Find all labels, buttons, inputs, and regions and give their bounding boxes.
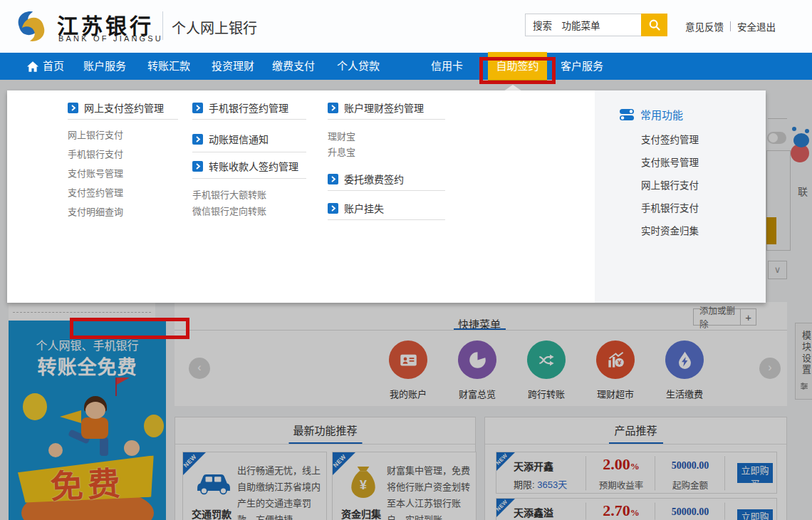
- nav-item-payments[interactable]: 缴费支付: [272, 53, 315, 80]
- search-icon: [648, 19, 661, 31]
- main-nav: 首页 账户服务 转账汇款 投资理财 缴费支付 个人贷款 信用卡 自助签约 客户服…: [0, 53, 812, 80]
- menu-header-entrusted-payment-signing[interactable]: 委托缴费签约: [328, 172, 404, 186]
- search-input[interactable]: [525, 14, 641, 36]
- self-service-dropdown: 网上支付签约管理 网上银行支付 手机银行支付 支付账号管理 支付签约管理 支付明…: [7, 90, 766, 303]
- common-item-realtime-fund-collection[interactable]: 实时资金归集: [641, 223, 699, 237]
- menu-item-payment-account-management[interactable]: 支付账号管理: [68, 166, 123, 180]
- nav-item-home[interactable]: 首页: [27, 53, 64, 80]
- menu-item-payment-detail-query[interactable]: 支付明细查询: [68, 204, 123, 218]
- menu-divider: [192, 152, 306, 152]
- menu-item-mobile-large-transfer[interactable]: 手机银行大额转账: [192, 187, 266, 201]
- bank-logo-icon: [13, 8, 50, 45]
- header: 江苏银行 BANK OF JIANGSU 个人网上银行 意见反馈 安全退出: [0, 0, 812, 53]
- menu-item-payment-signing-management[interactable]: 支付签约管理: [68, 185, 123, 199]
- menu-divider: [68, 119, 178, 120]
- nav-item-accounts[interactable]: 账户服务: [83, 53, 126, 80]
- feedback-link[interactable]: 意见反馈: [685, 19, 724, 33]
- home-icon: [27, 61, 38, 72]
- nav-item-loans[interactable]: 个人贷款: [337, 53, 380, 80]
- common-item-online-banking-payment[interactable]: 网上银行支付: [641, 177, 699, 192]
- nav-label: 首页: [43, 53, 64, 80]
- arrow-right-icon: [192, 134, 203, 145]
- logout-link[interactable]: 安全退出: [737, 19, 776, 33]
- nav-item-transfer[interactable]: 转账汇款: [147, 53, 190, 80]
- menu-item-online-banking-payment[interactable]: 网上银行支付: [68, 128, 123, 141]
- nav-item-invest[interactable]: 投资理财: [212, 53, 254, 80]
- menu-header-sms-notification[interactable]: 动账短信通知: [192, 132, 269, 146]
- common-item-mobile-banking-payment[interactable]: 手机银行支付: [641, 200, 699, 214]
- common-functions-header: 常用功能: [620, 107, 683, 122]
- menu-header-online-payment-signing[interactable]: 网上支付签约管理: [68, 100, 164, 115]
- menu-divider: [328, 219, 445, 220]
- arrow-right-icon: [68, 103, 78, 113]
- nav-item-creditcard[interactable]: 信用卡: [431, 53, 463, 80]
- common-item-payment-account-management[interactable]: 支付账号管理: [641, 155, 699, 169]
- search-button[interactable]: [641, 14, 667, 36]
- arrow-right-icon: [328, 174, 338, 184]
- menu-header-mobile-banking-signing[interactable]: 手机银行签约管理: [192, 100, 288, 115]
- menu-divider: [192, 178, 306, 179]
- common-functions-panel: 常用功能 支付签约管理 支付账号管理 网上银行支付 手机银行支付 实时资金归集: [595, 90, 766, 303]
- page-content: 个人网银、手机银行 转账全免费 免费 快捷菜单 添加或删除: [0, 80, 812, 520]
- common-functions-label: 常用功能: [640, 107, 683, 122]
- menu-header-label: 账户挂失: [344, 201, 384, 215]
- menu-header-payee-signing[interactable]: 转账收款人签约管理: [192, 159, 298, 173]
- menu-divider: [328, 190, 445, 191]
- nav-item-customer-service[interactable]: 客户服务: [561, 53, 603, 80]
- search-bar: [525, 14, 667, 36]
- menu-header-label: 账户理财签约管理: [344, 100, 424, 115]
- arrow-right-icon: [192, 161, 203, 172]
- menu-header-label: 手机银行签约管理: [209, 100, 288, 115]
- header-links: 意见反馈 安全退出: [685, 19, 776, 33]
- menu-header-label: 转账收款人签约管理: [209, 159, 298, 173]
- header-divider: [162, 11, 163, 40]
- page: 江苏银行 BANK OF JIANGSU 个人网上银行 意见反馈 安全退出 首页…: [0, 0, 812, 520]
- menu-header-label: 委托缴费签约: [344, 172, 404, 186]
- toggles-icon: [620, 108, 634, 121]
- menu-header-account-wealth-signing[interactable]: 账户理财签约管理: [328, 100, 424, 115]
- menu-divider: [328, 119, 445, 120]
- arrow-right-icon: [328, 103, 338, 113]
- nav-item-self-service-active[interactable]: 自助签约: [488, 52, 547, 80]
- menu-header-label: 动账短信通知: [209, 132, 269, 146]
- arrow-right-icon: [192, 103, 203, 113]
- menu-header-label: 网上支付签约管理: [84, 100, 164, 115]
- common-item-payment-signing-management[interactable]: 支付签约管理: [641, 132, 699, 146]
- menu-item-wechat-directed-transfer[interactable]: 微信银行定向转账: [192, 204, 266, 217]
- menu-item-shengxibao[interactable]: 升息宝: [328, 145, 355, 158]
- arrow-right-icon: [328, 203, 338, 214]
- menu-item-licaibao[interactable]: 理财宝: [328, 129, 355, 142]
- menu-item-mobile-banking-payment[interactable]: 手机银行支付: [68, 147, 123, 160]
- menu-header-account-loss-report[interactable]: 账户挂失: [328, 201, 384, 215]
- portal-title: 个人网上银行: [172, 17, 257, 38]
- links-divider: [730, 21, 731, 31]
- bank-name-en: BANK OF JIANGSU: [58, 34, 163, 43]
- menu-divider: [192, 119, 306, 120]
